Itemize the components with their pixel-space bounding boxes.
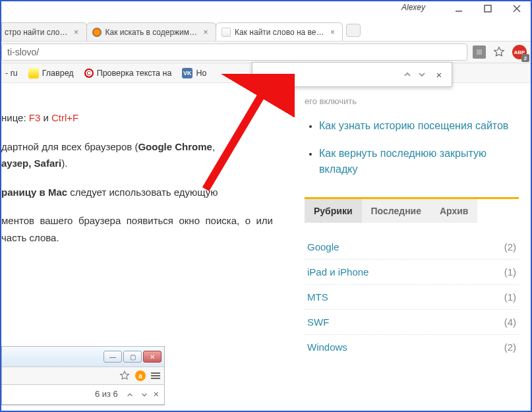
window-titlebar: Alexey (1, 1, 531, 21)
inner-menu-icon (151, 372, 160, 379)
svg-rect-4 (477, 49, 482, 55)
new-tab-button[interactable] (346, 24, 361, 37)
category-row: MTS(1) (305, 285, 519, 310)
category-count: (4) (504, 316, 516, 328)
inner-find-bar: 6 из 6 × (2, 385, 164, 405)
widget-tab-archive[interactable]: Архив (430, 199, 477, 223)
window-maximize-button[interactable] (478, 1, 498, 16)
address-input[interactable]: ti-slovo/ (1, 44, 467, 61)
bookmark-label: Но (196, 69, 206, 78)
vk-icon: VK (182, 68, 192, 78)
category-row: Windows(2) (305, 335, 519, 359)
article-body: нице: F3 и Ctrl+F дартной для всех брауз… (1, 83, 285, 411)
inner-find-count: 6 из 6 (95, 387, 118, 401)
widget-tab-latest[interactable]: Последние (362, 199, 430, 223)
inner-find-close-icon: × (154, 387, 159, 403)
firefox-icon (92, 28, 102, 37)
window-close-button[interactable] (507, 1, 527, 16)
inner-amazon-icon: a (135, 370, 146, 381)
address-bar-row: ti-slovo/ ABP 2 (1, 41, 531, 63)
inner-close-icon: ✕ (143, 351, 162, 363)
tab-close-icon[interactable]: × (328, 28, 337, 37)
url-text: ti-slovo/ (7, 47, 39, 57)
category-count: (1) (504, 266, 516, 278)
bookmark-item[interactable]: СПроверка текста на (84, 69, 172, 78)
category-link[interactable]: iPad и iPhone (307, 266, 369, 278)
category-link[interactable]: SWF (307, 316, 329, 328)
adblock-plus-icon[interactable]: ABP 2 (512, 45, 527, 59)
tab-title: Как найти слово на ве… (235, 28, 324, 37)
category-count: (1) (504, 291, 516, 303)
user-profile-label[interactable]: Alexey (401, 3, 425, 12)
inner-next-icon (139, 390, 150, 400)
find-close-button[interactable]: × (432, 67, 446, 82)
article-paragraph: дартной для всех браузеров (Google Chrom… (1, 138, 273, 172)
category-count: (2) (504, 341, 516, 353)
article-paragraph: нице: F3 и Ctrl+F (1, 109, 273, 127)
tab-title: стро найти сло… (5, 28, 68, 37)
embedded-screenshot: — ▢ ✕ a 6 из 6 × (1, 346, 165, 405)
bookmark-star-icon[interactable] (492, 45, 506, 59)
browser-tab[interactable]: стро найти сло… × (1, 22, 87, 41)
bookmark-item[interactable]: - ru (5, 69, 18, 78)
sidebar-link[interactable]: Как узнать историю посещения сайтов (319, 120, 508, 131)
sidebar-tabs-widget: Рубрики Последние Архив Google(2) iPad и… (305, 199, 519, 359)
bookmark-label: Главред (42, 69, 74, 78)
category-link[interactable]: Google (307, 241, 339, 252)
tab-close-icon[interactable]: × (201, 28, 210, 37)
bookmark-label: - ru (5, 69, 18, 78)
find-in-page-bar: × (252, 62, 452, 87)
category-row: iPad и iPhone(1) (305, 260, 519, 285)
find-next-button[interactable] (415, 67, 429, 82)
tab-title: Как искать в содержим… (105, 28, 198, 37)
window-minimize-button[interactable] (449, 1, 469, 16)
inner-window-titlebar: — ▢ ✕ (2, 347, 164, 367)
category-row: Google(2) (305, 235, 519, 260)
article-paragraph: ментов вашего браузера появиться окно по… (1, 212, 273, 246)
list-item: его включить (305, 96, 519, 106)
widget-tab-rubriki[interactable]: Рубрики (305, 199, 362, 223)
inner-prev-icon (125, 390, 135, 400)
glavred-icon (28, 68, 39, 78)
page-icon (222, 28, 231, 37)
browser-tab[interactable]: Как искать в содержим… × (86, 22, 217, 41)
page-content: нице: F3 и Ctrl+F дартной для всех брауз… (1, 83, 531, 411)
bookmark-item[interactable]: Главред (28, 68, 74, 78)
page-action-icon[interactable] (473, 45, 486, 59)
sidebar-related-list: его включить Как узнать историю посещени… (305, 96, 519, 177)
article-paragraph: раницу в Mac следует использовать едующу… (1, 184, 273, 201)
bookmark-label: Проверка текста на (97, 69, 172, 78)
bookmark-item[interactable]: VKНо (182, 68, 206, 78)
inner-maximize-icon: ▢ (123, 351, 142, 363)
sidebar: его включить Как узнать историю посещени… (285, 83, 531, 411)
find-prev-button[interactable] (400, 67, 415, 82)
category-link[interactable]: Windows (307, 341, 347, 353)
category-list: Google(2) iPad и iPhone(1) MTS(1) SWF(4)… (305, 223, 519, 359)
list-item: Как узнать историю посещения сайтов (319, 118, 519, 134)
browser-tab-active[interactable]: Как найти слово на ве… × (216, 22, 343, 41)
copyright-icon: С (84, 69, 94, 78)
category-link[interactable]: MTS (307, 291, 328, 303)
inner-address-row: a (2, 367, 164, 385)
svg-rect-1 (485, 5, 491, 12)
inner-star-icon (119, 370, 130, 381)
browser-tabstrip: стро найти сло… × Как искать в содержим…… (1, 21, 531, 41)
abp-badge: 2 (521, 54, 529, 62)
category-row: SWF(4) (305, 310, 519, 335)
category-count: (2) (504, 241, 516, 252)
list-item: Как вернуть последнюю закрытую вкладку (319, 146, 519, 177)
tab-close-icon[interactable]: × (72, 28, 81, 37)
sidebar-link[interactable]: Как вернуть последнюю закрытую вкладку (319, 148, 487, 175)
inner-minimize-icon: — (103, 351, 122, 363)
